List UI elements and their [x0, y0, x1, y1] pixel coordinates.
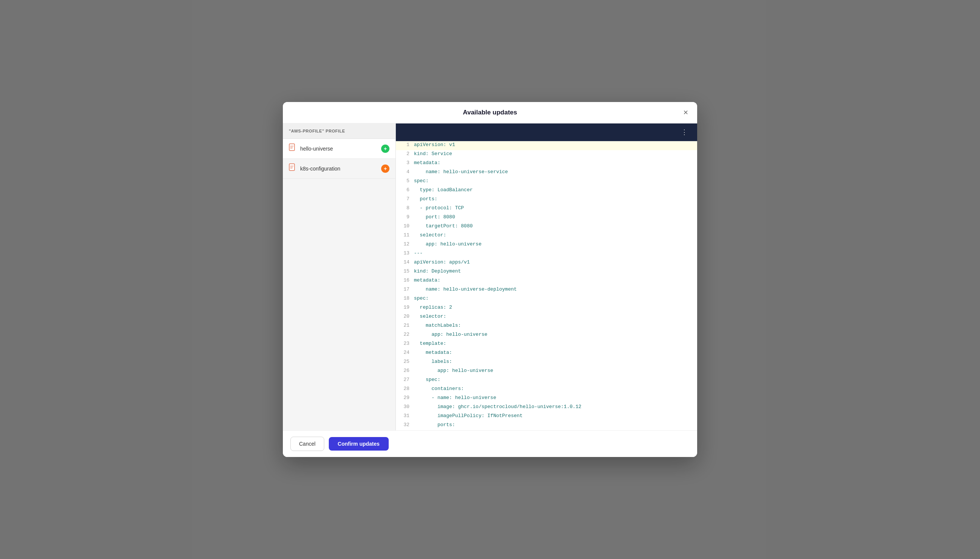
line-content: imagePullPolicy: IfNotPresent [414, 412, 697, 419]
modal-footer: Cancel Confirm updates [283, 430, 697, 457]
code-line: 32 ports: [396, 421, 697, 430]
line-number: 32 [396, 421, 414, 428]
line-number: 31 [396, 412, 414, 419]
line-number: 20 [396, 313, 414, 320]
line-content: matchLabels: [414, 322, 697, 329]
modal-overlay[interactable]: Available updates × "AWS-PROFILE" PROFIL… [0, 0, 980, 559]
sidebar-items-list: hello-universe+ k8s-configuration+ [283, 139, 396, 430]
line-number: 6 [396, 186, 414, 194]
file-icon [289, 164, 296, 174]
line-number: 23 [396, 340, 414, 347]
code-line: 11 selector: [396, 232, 697, 241]
line-content: containers: [414, 385, 697, 392]
code-line: 13--- [396, 250, 697, 259]
toolbar-menu-button[interactable]: ⋮ [678, 126, 691, 138]
cancel-button[interactable]: Cancel [290, 437, 324, 451]
line-number: 13 [396, 250, 414, 257]
line-number: 5 [396, 177, 414, 184]
line-content: kind: Service [414, 150, 697, 157]
line-content: kind: Deployment [414, 268, 697, 275]
modal-title: Available updates [463, 109, 517, 116]
line-content: metadata: [414, 159, 697, 166]
line-content: spec: [414, 376, 697, 383]
line-number: 9 [396, 213, 414, 221]
code-line: 16metadata: [396, 277, 697, 286]
code-line: 8 - protocol: TCP [396, 204, 697, 213]
code-line: 7 ports: [396, 195, 697, 204]
line-content: ports: [414, 421, 697, 428]
code-toolbar: ⋮ [396, 124, 697, 141]
line-number: 7 [396, 195, 414, 202]
line-content: labels: [414, 358, 697, 365]
code-line: 18spec: [396, 295, 697, 304]
code-line: 26 app: hello-universe [396, 367, 697, 376]
line-number: 26 [396, 367, 414, 374]
line-number: 10 [396, 222, 414, 230]
code-editor-area[interactable]: 1apiVersion: v12kind: Service3metadata:4… [396, 141, 697, 430]
code-line: 10 targetPort: 8080 [396, 222, 697, 232]
line-content: metadata: [414, 277, 697, 284]
line-content: app: hello-universe [414, 331, 697, 338]
line-number: 15 [396, 268, 414, 275]
code-line: 24 metadata: [396, 349, 697, 358]
line-number: 11 [396, 232, 414, 239]
line-content: apiVersion: v1 [414, 141, 697, 148]
confirm-updates-button[interactable]: Confirm updates [329, 437, 389, 451]
line-content: type: LoadBalancer [414, 186, 697, 194]
code-line: 6 type: LoadBalancer [396, 186, 697, 195]
sidebar-item-badge: + [381, 164, 389, 173]
line-content: apiVersion: apps/v1 [414, 259, 697, 266]
code-line: 30 image: ghcr.io/spectrocloud/hello-uni… [396, 403, 697, 412]
line-number: 27 [396, 376, 414, 383]
line-number: 19 [396, 304, 414, 311]
code-line: 23 template: [396, 340, 697, 349]
line-number: 8 [396, 204, 414, 212]
line-content: targetPort: 8080 [414, 222, 697, 230]
available-updates-modal: Available updates × "AWS-PROFILE" PROFIL… [283, 102, 697, 457]
line-number: 18 [396, 295, 414, 302]
code-line: 19 replicas: 2 [396, 304, 697, 313]
line-content: selector: [414, 232, 697, 239]
code-line: 28 containers: [396, 385, 697, 394]
line-content: name: hello-universe-service [414, 168, 697, 175]
line-number: 24 [396, 349, 414, 356]
sidebar-profile-header: "AWS-PROFILE" PROFILE [283, 124, 396, 139]
sidebar-item-label: hello-universe [300, 146, 377, 152]
code-line: 21 matchLabels: [396, 322, 697, 331]
line-number: 17 [396, 286, 414, 293]
modal-body: "AWS-PROFILE" PROFILE hello-universe+ k8… [283, 124, 697, 430]
code-line: 15kind: Deployment [396, 268, 697, 277]
code-line: 2kind: Service [396, 150, 697, 159]
code-line: 4 name: hello-universe-service [396, 168, 697, 177]
line-content: template: [414, 340, 697, 347]
line-number: 3 [396, 159, 414, 166]
line-number: 29 [396, 394, 414, 401]
code-line: 22 app: hello-universe [396, 331, 697, 340]
code-line: 31 imagePullPolicy: IfNotPresent [396, 412, 697, 421]
line-content: image: ghcr.io/spectrocloud/hello-univer… [414, 403, 697, 410]
line-number: 25 [396, 358, 414, 365]
line-content: ports: [414, 195, 697, 202]
sidebar-item-k8s-configuration[interactable]: k8s-configuration+ [283, 159, 396, 179]
line-content: - name: hello-universe [414, 394, 697, 401]
file-icon [289, 144, 296, 154]
line-number: 1 [396, 141, 414, 148]
line-number: 2 [396, 150, 414, 157]
close-button[interactable]: × [682, 107, 690, 118]
line-number: 21 [396, 322, 414, 329]
line-content: --- [414, 250, 697, 257]
code-line: 14apiVersion: apps/v1 [396, 259, 697, 268]
line-content: selector: [414, 313, 697, 320]
code-line: 1apiVersion: v1 [396, 141, 697, 150]
sidebar: "AWS-PROFILE" PROFILE hello-universe+ k8… [283, 124, 396, 430]
sidebar-item-badge: + [381, 145, 389, 153]
line-number: 28 [396, 385, 414, 392]
modal-header: Available updates × [283, 102, 697, 124]
code-line: 27 spec: [396, 376, 697, 385]
code-line: 20 selector: [396, 313, 697, 322]
line-content: app: hello-universe [414, 241, 697, 248]
code-line: 9 port: 8080 [396, 213, 697, 222]
sidebar-item-hello-universe[interactable]: hello-universe+ [283, 139, 396, 159]
line-content: name: hello-universe-deployment [414, 286, 697, 293]
code-line: 25 labels: [396, 358, 697, 367]
